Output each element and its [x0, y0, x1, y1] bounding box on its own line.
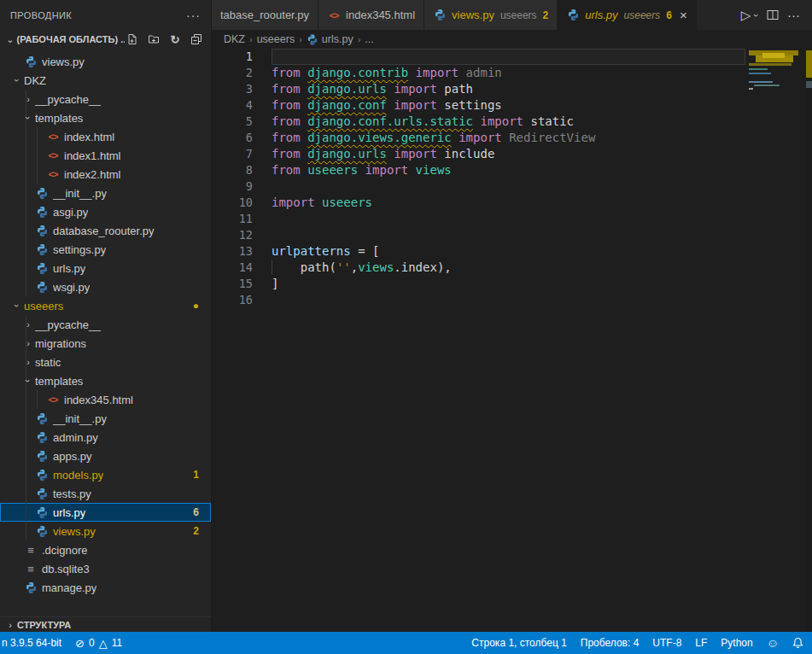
tree-item-useeers[interactable]: ›useeers● [0, 296, 211, 315]
tree-item-migrations[interactable]: ›migrations [0, 334, 211, 353]
indentation-status[interactable]: Пробелов: 4 [574, 632, 646, 654]
tree-item-.dcignore[interactable]: ≡.dcignore [0, 540, 211, 559]
minimap[interactable] [745, 49, 812, 632]
code-line-8[interactable]: 8from useeers import views [212, 162, 745, 178]
indent-guide [26, 353, 26, 371]
code-line-12[interactable]: 12 [212, 227, 745, 243]
tree-item-admin.py[interactable]: admin.py [0, 428, 211, 447]
close-icon[interactable]: × [680, 8, 687, 22]
tree-item-database_roouter.py[interactable]: database_roouter.py [0, 221, 211, 240]
code-token: path [444, 82, 473, 96]
tree-item-__pycache__[interactable]: ›__pycache__ [0, 315, 211, 334]
indent-guide [26, 409, 26, 428]
tree-item-models.py[interactable]: models.py1 [0, 465, 211, 484]
tree-item-__init__.py[interactable]: __init__.py [0, 409, 211, 428]
tree-item-__init__.py[interactable]: __init__.py [0, 184, 211, 202]
tab-tabase_roouter.py[interactable]: tabase_roouter.py [212, 0, 318, 30]
tree-item-templates[interactable]: ›templates [0, 371, 211, 390]
file-label: index345.html [64, 394, 133, 406]
more-actions-icon[interactable]: ··· [787, 8, 800, 22]
encoding-status[interactable]: UTF-8 [646, 632, 688, 654]
outline-section-label: СТРУКТУРА [17, 620, 71, 630]
tree-item-__pycache__[interactable]: ›__pycache__ [0, 90, 211, 108]
file-label: database_roouter.py [53, 225, 155, 237]
line-content: import useeers [272, 195, 745, 211]
problems-status[interactable]: ⊘ 0 △ 11 [68, 632, 129, 654]
breadcrumb-item-urls.py[interactable]: urls.py [307, 33, 353, 45]
file-label: views.py [42, 55, 85, 68]
cursor-position-status[interactable]: Строка 1, столбец 1 [464, 632, 573, 654]
code-line-9[interactable]: 9 [212, 178, 745, 195]
tree-item-views.py[interactable]: views.py [0, 52, 211, 71]
workspace-section-header[interactable]: ⌄ (РАБОЧАЯ ОБЛАСТЬ) ... ↻ [0, 30, 211, 49]
code-editor[interactable]: 1 2from django.contrib import admin3from… [212, 49, 812, 632]
refresh-icon[interactable]: ↻ [167, 32, 183, 47]
new-file-icon[interactable] [125, 32, 140, 47]
error-count: 0 [89, 637, 95, 649]
code-line-13[interactable]: 13urlpatterns = [ [212, 243, 745, 260]
tree-item-urls.py[interactable]: urls.py [0, 259, 211, 277]
eol-status[interactable]: LF [688, 632, 714, 654]
outline-section-header[interactable]: › СТРУКТУРА [0, 616, 211, 632]
breadcrumb-label: DKZ [224, 33, 245, 45]
chevron-down-icon: ⌄ [3, 34, 16, 45]
code-line-15[interactable]: 15] [212, 276, 745, 292]
collapse-all-icon[interactable] [189, 32, 204, 47]
code-line-11[interactable]: 11 [212, 211, 745, 227]
python-file-icon [35, 186, 49, 200]
tab-views.py[interactable]: views.pyuseeers2 [424, 0, 558, 30]
run-python-file-icon[interactable]: ▷ [741, 8, 751, 23]
tab-urls.py[interactable]: urls.pyuseeers6× [558, 0, 696, 30]
new-folder-icon[interactable] [146, 32, 161, 47]
warning-count: 11 [112, 637, 122, 649]
status-right: Строка 1, столбец 1 Пробелов: 4 UTF-8 LF… [464, 632, 812, 654]
indent-guide [37, 165, 38, 184]
tree-item-asgi.py[interactable]: asgi.py [0, 202, 211, 221]
tree-item-index2.html[interactable]: <>index2.html [0, 165, 211, 184]
breadcrumb-item-DKZ[interactable]: DKZ [224, 33, 245, 45]
feedback-icon[interactable]: ☺ [760, 632, 786, 654]
tree-item-apps.py[interactable]: apps.py [0, 447, 211, 465]
code-line-1[interactable]: 1 [212, 49, 745, 65]
line-number: 3 [212, 81, 272, 97]
code-line-6[interactable]: 6from django.views.generic import Redire… [212, 130, 745, 146]
code-line-7[interactable]: 7from django.urls import include [212, 146, 745, 162]
notifications-bell-icon[interactable] [786, 632, 812, 654]
code-line-4[interactable]: 4from django.conf import settings [212, 97, 745, 114]
code-line-2[interactable]: 2from django.contrib import admin [212, 65, 745, 81]
line-number: 12 [212, 227, 272, 243]
tree-item-index.html[interactable]: <>index.html [0, 127, 211, 146]
code-line-5[interactable]: 5from django.conf.urls.static import sta… [212, 114, 745, 130]
language-mode-status[interactable]: Python [714, 632, 759, 654]
tree-item-db.sqlite3[interactable]: ≡db.sqlite3 [0, 559, 211, 578]
tree-item-tests.py[interactable]: tests.py [0, 484, 211, 503]
tab-index345.html[interactable]: <>index345.html [318, 0, 424, 30]
tree-item-urls.py[interactable]: urls.py6 [0, 503, 211, 522]
line-content [272, 292, 745, 308]
tree-item-wsgi.py[interactable]: wsgi.py [0, 277, 211, 296]
line-number: 15 [212, 276, 272, 292]
split-editor-icon[interactable] [767, 9, 779, 20]
tree-item-settings.py[interactable]: settings.py [0, 240, 211, 259]
code-token: django.conf [307, 98, 387, 112]
python-file-icon [35, 224, 49, 237]
code-line-10[interactable]: 10import useeers [212, 195, 745, 211]
explorer-more-actions-icon[interactable]: ··· [186, 9, 201, 22]
tree-item-static[interactable]: ›static [0, 353, 211, 371]
breadcrumb-label: useeers [257, 33, 295, 45]
tree-item-index1.html[interactable]: <>index1.html [0, 146, 211, 165]
file-label: db.sqlite3 [42, 563, 90, 575]
tree-item-manage.py[interactable]: manage.py [0, 578, 211, 597]
tree-item-templates[interactable]: ›templates [0, 108, 211, 127]
code-line-3[interactable]: 3from django.urls import path [212, 81, 745, 97]
python-file-icon [35, 505, 49, 519]
code-line-14[interactable]: 14 path('',views.index), [212, 260, 745, 276]
run-dropdown-chevron-icon[interactable]: › [751, 14, 762, 17]
breadcrumb-item-useeers[interactable]: useeers [257, 33, 295, 45]
tree-item-index345.html[interactable]: <>index345.html [0, 390, 211, 409]
code-line-16[interactable]: 16 [212, 292, 745, 308]
breadcrumb-item-...[interactable]: ... [365, 33, 373, 45]
tree-item-DKZ[interactable]: ›DKZ [0, 71, 211, 90]
tree-item-views.py[interactable]: views.py2 [0, 522, 211, 540]
python-interpreter-status[interactable]: n 3.9.5 64-bit [0, 632, 68, 654]
